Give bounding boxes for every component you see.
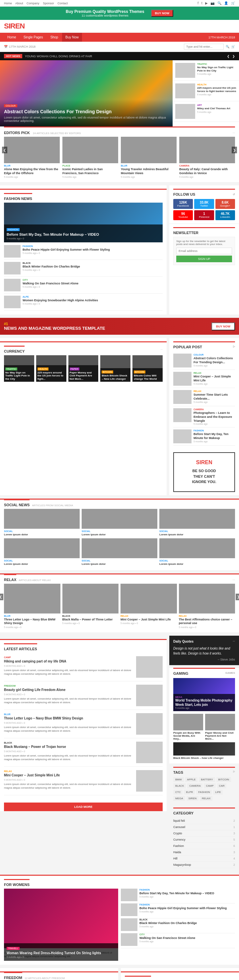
nav-sponsor[interactable]: Sponsor	[43, 2, 54, 5]
nav-company[interactable]: Company	[27, 2, 40, 5]
fashion-hero[interactable]: FASHION Before Start My Day, Ten Minute …	[4, 203, 163, 242]
instagram-icon[interactable]: 📷	[210, 1, 215, 5]
nav-buy[interactable]: Buy Now	[62, 33, 82, 42]
social-youtube[interactable]: 96 Youtube	[173, 210, 193, 220]
tag-8[interactable]: CTC	[173, 790, 183, 795]
tag-6[interactable]: CAMP	[204, 783, 215, 788]
la-item-5[interactable]: RELAX Mini Cooper – Just Simple Mini Lif…	[4, 767, 163, 795]
nav-shop[interactable]: Shop	[47, 33, 61, 42]
search-input[interactable]	[184, 44, 224, 50]
social-twitter[interactable]: 33.8K Twitter	[194, 199, 214, 209]
la-item-2[interactable]: FREEDOM Beauty girl Getting Life Freedom…	[4, 681, 163, 710]
pop-item-4[interactable]: CAMERA Photographers – Learn to Embrace …	[173, 406, 235, 428]
tag-4[interactable]: BLACK	[173, 783, 186, 788]
fn-item-1[interactable]: FASHION Boho Peace Hippie Girl Enjoying …	[4, 245, 163, 260]
sn-item-3[interactable]: SOCIALLorem ipsum dolor	[159, 509, 235, 536]
social-linkedin[interactable]: 46.7K LinkedIn	[215, 210, 235, 220]
sn-item-5[interactable]: SOCIALLorem ipsum dolor	[82, 538, 157, 566]
nav-about[interactable]: About	[15, 2, 23, 5]
hero-main[interactable]: COLOUR Abstract Colors Collections For T…	[0, 60, 173, 126]
ad-buy-button[interactable]: BUY NOW	[151, 10, 173, 17]
tag-3[interactable]: BITCOIN	[217, 777, 231, 782]
twitter-icon[interactable]: t	[202, 1, 202, 5]
social-pinterest[interactable]: 1 Pinterest	[194, 210, 214, 220]
tag-14[interactable]: RELAX	[200, 796, 212, 801]
sn-item-4[interactable]: SOCIALLorem ipsum dolor	[4, 538, 80, 566]
social-google-plus[interactable]: 8.6K Google+	[215, 199, 235, 209]
pop-item-5[interactable]: FASHION Before Start My Day, Ten Minute …	[173, 428, 235, 445]
tag-13[interactable]: SIREN	[186, 796, 199, 801]
pop-item-3[interactable]: RELAX Summer Time Start Lets Celebrate..…	[173, 388, 235, 406]
ep-article-1[interactable]: BLUR Alone Man Enjoying the View from th…	[4, 137, 60, 178]
user-icon[interactable]: 👤	[224, 1, 228, 5]
gaming-mini-3-container[interactable]: Black Bitcoin Shock – how Life changer	[173, 742, 235, 759]
cat-item-2[interactable]: Crypto3	[173, 830, 235, 837]
hero-sidebar-item-2[interactable]: HEALTH 225 mayors around the US join for…	[173, 81, 239, 101]
search-area[interactable]: 🔍 🛒	[184, 44, 235, 50]
cat-item-4[interactable]: Fashion6	[173, 843, 235, 849]
relax-prev-arrow[interactable]: ❮	[0, 593, 3, 600]
relax-item-4[interactable]: RELAX The Best Affirmations choice caree…	[179, 584, 235, 628]
fn-item-2[interactable]: BLACK Black Winter Fashion On Charles Br…	[4, 262, 163, 277]
youtube-icon[interactable]: ▶	[205, 1, 208, 5]
relax-item-3[interactable]: RELAX Mini Cooper – Just Simple Mini Lif…	[120, 584, 177, 628]
cat-item-7[interactable]: Magazynloop2	[173, 862, 235, 868]
search-submit-icon[interactable]: 🔍	[226, 45, 229, 48]
tag-11[interactable]: LIFE	[213, 790, 223, 795]
tag-5[interactable]: CAMERA	[187, 783, 202, 788]
cart-icon[interactable]: 🛒	[231, 1, 235, 5]
tag-0[interactable]: BMW	[173, 777, 184, 782]
tag-1[interactable]: APPLE	[185, 777, 198, 782]
cur-item-1[interactable]: TRAFFIC No Way Sign on Traffic Light Pol…	[4, 355, 34, 382]
cur-item-5[interactable]: BITCOIN Bitcoin Coins Will change The Wo…	[132, 355, 163, 382]
tag-7[interactable]: CAR	[217, 783, 227, 788]
fw-side-2[interactable]: FASHION Boho Peace Hippie Girl Enjoying …	[121, 904, 235, 918]
fw-side-3[interactable]: BLACK Black Winter Fashion On Charles Br…	[121, 918, 235, 933]
cur-item-2[interactable]: HEALTH 225 mayors around the US join for…	[36, 355, 66, 382]
ep-article-3[interactable]: BLUR Young Traveler Admires Beautiful Mo…	[121, 137, 176, 178]
newsletter-email-input[interactable]	[176, 248, 232, 254]
relax-next-arrow[interactable]: ❯	[236, 593, 239, 600]
fn-item-3[interactable]: CITY Walking On San Francisco Street Alo…	[4, 279, 163, 294]
newsletter-signup-button[interactable]: SIGN UP	[176, 256, 232, 262]
cat-item-6[interactable]: Hill4	[173, 856, 235, 862]
gaming-mini-2[interactable]: Paper Money and Civil Payment Are Not Mo…	[205, 714, 235, 740]
pop-item-1[interactable]: COLOUR Abstract Colors Collections For T…	[173, 352, 235, 370]
editors-prev-arrow[interactable]: ❮	[2, 147, 7, 153]
sn-item-6[interactable]: SOCIALLorem ipsum dolor	[159, 538, 235, 566]
nav-contact[interactable]: Contact	[58, 2, 68, 5]
la-item-1[interactable]: CAMP Hiking and camping part of my life …	[4, 653, 163, 681]
cat-item-0[interactable]: liquid feli2	[173, 818, 235, 824]
fn-item-4[interactable]: ALPE Women Enjoying Snowboarder High Alp…	[4, 296, 163, 310]
top-nav-links[interactable]: Home About Company Sponsor Contact	[4, 2, 71, 5]
main-navigation[interactable]: Home Single Pages Shop Buy Now 17TH MARC…	[0, 33, 239, 42]
ticker-next[interactable]: ❯	[233, 55, 235, 58]
cart-header-icon[interactable]: 🛒	[231, 45, 235, 48]
cat-item-3[interactable]: Currency5	[173, 837, 235, 843]
cur-item-3[interactable]: PAPER Paper Money and Civil Payment Are …	[68, 355, 99, 382]
hero-sidebar-item-3[interactable]: ART Miley and Ciel Thomas Art 5 months a…	[173, 101, 239, 122]
ticker-prev[interactable]: ❮	[227, 55, 230, 58]
fw-hero-item[interactable]: TRAVELL Woman Wearing Red Dress-Holding …	[4, 889, 118, 961]
relax-item-2[interactable]: BLACK Black Mafia – Power of Three Lette…	[63, 584, 119, 628]
pop-item-2[interactable]: RELAX Mini Cooper – Just Simple Mini Lif…	[173, 370, 235, 388]
relax-item-1[interactable]: BLUR Three Letter Logo – Navy Blue BMW S…	[4, 584, 60, 628]
sn-item-1[interactable]: SOCIALLorem ipsum dolor	[4, 509, 80, 536]
nav-home-main[interactable]: Home	[4, 33, 19, 42]
gaming-mini-1[interactable]: People are Busy With Social Media, Are t…	[173, 714, 203, 740]
la-item-4[interactable]: BLACK Black Mustang – Power of Trojan ho…	[4, 738, 163, 767]
nav-home[interactable]: Home	[4, 2, 12, 5]
sn-item-2[interactable]: SOCIALLorem ipsum dolor	[82, 509, 157, 536]
tag-10[interactable]: FASHION	[196, 790, 212, 795]
social-facebook[interactable]: 126K Facebook	[173, 199, 193, 209]
fw-side-4[interactable]: CITY Walking On San Francisco Street Alo…	[121, 933, 235, 948]
ep-article-2[interactable]: PLACE Iconic Painted Ladies in San Franc…	[63, 137, 118, 178]
ep-article-4[interactable]: CAMERA Beauty of Italy: Canal Grande wit…	[179, 137, 235, 178]
search-icon[interactable]: 🔍	[217, 1, 221, 5]
cat-item-1[interactable]: Carousel1	[173, 824, 235, 830]
hero-sidebar-item-1[interactable]: TRAFFIC No Way Sign on Traffic Light Pol…	[173, 60, 239, 81]
tag-9[interactable]: ELPR	[184, 790, 195, 795]
cur-item-4[interactable]: BITCOIN Black Bitcoin Shock – New Life c…	[100, 355, 130, 382]
ad2-buy-button[interactable]: BUY NOW	[212, 323, 235, 331]
gaming-hero[interactable]: MEGA World Trending Mobile Photography W…	[173, 678, 235, 711]
